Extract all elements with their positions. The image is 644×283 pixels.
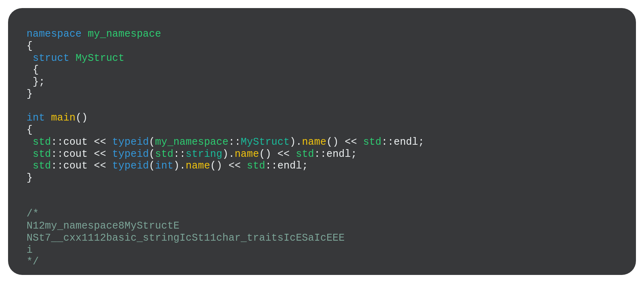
brace-close: } — [27, 172, 33, 184]
typeid-kw: typeid — [112, 136, 149, 148]
endl: endl — [277, 160, 302, 172]
namespace-name: my_namespace — [88, 28, 161, 40]
comment-line: N12my_namespace8MyStructE — [27, 220, 180, 232]
keyword-namespace: namespace — [27, 28, 82, 40]
typeid-kw: typeid — [112, 148, 149, 160]
ns-ref: std — [155, 148, 173, 160]
comment-line: NSt7__cxx1112basic_stringIcSt11char_trai… — [27, 232, 345, 244]
brace-close: } — [27, 88, 33, 100]
std-ns: std — [33, 136, 51, 148]
type-int: int — [27, 112, 45, 124]
cout: cout — [63, 136, 88, 148]
code-block: namespace my_namespace { struct MyStruct… — [8, 8, 636, 275]
typeid-kw: typeid — [112, 160, 149, 172]
brace-open: { — [27, 40, 33, 52]
fn-name: name — [235, 148, 259, 160]
type-ref: int — [155, 160, 173, 172]
std-ns: std — [33, 148, 51, 160]
op-lshift: << — [94, 136, 106, 148]
type-ref: MyStruct — [241, 136, 290, 148]
brace-close-semi: }; — [33, 76, 45, 88]
fn-name: name — [302, 136, 326, 148]
keyword-struct: struct — [33, 52, 69, 64]
type-ref: string — [186, 148, 222, 160]
code-content: namespace my_namespace { struct MyStruct… — [27, 28, 617, 268]
struct-name: MyStruct — [76, 52, 125, 64]
ns-ref: my_namespace — [155, 136, 228, 148]
fn-name: name — [186, 160, 210, 172]
comment-line: i — [27, 244, 33, 256]
brace-open: { — [33, 64, 39, 76]
parens: () — [76, 112, 88, 124]
endl: endl — [326, 148, 351, 160]
comment-open: /* — [27, 208, 39, 220]
cout: cout — [63, 148, 88, 160]
fn-main: main — [51, 112, 76, 124]
std-ns: std — [33, 160, 51, 172]
endl: endl — [394, 136, 418, 148]
cout: cout — [63, 160, 88, 172]
comment-close: */ — [27, 256, 39, 268]
brace-open: { — [27, 124, 33, 136]
